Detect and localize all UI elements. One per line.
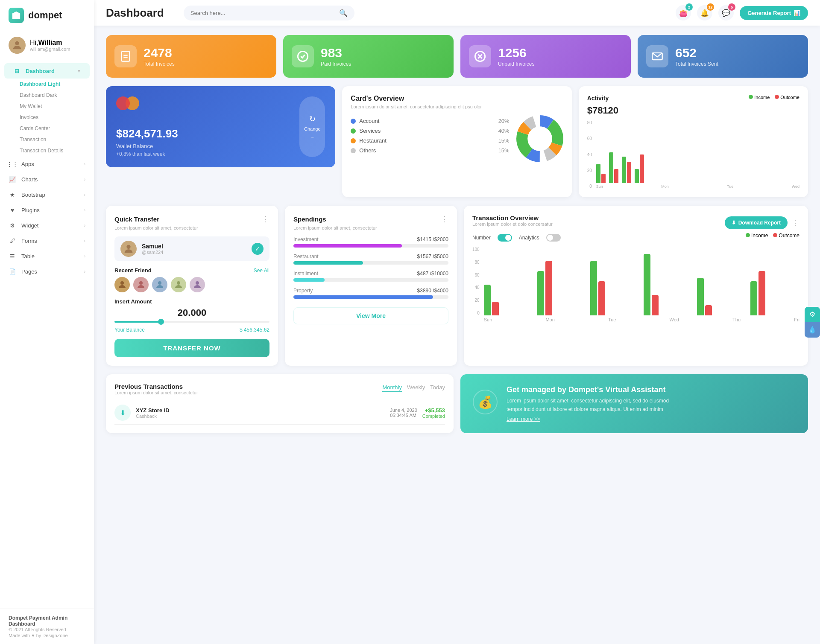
sidebar-item-label: Widget	[21, 222, 38, 229]
number-toggle[interactable]	[498, 234, 512, 242]
recent-friends-header: Recent Friend See All	[114, 267, 269, 274]
va-content: Get managed by Dompet's Virtual Assistan…	[507, 385, 686, 422]
spending-amounts: $1415 /$2000	[417, 236, 448, 242]
sidebar-item-dashboard-light[interactable]: Dashboard Light	[15, 79, 94, 90]
view-more-button[interactable]: View More	[293, 307, 448, 324]
form-icon: 🖊	[9, 237, 16, 245]
tab-weekly[interactable]: Weekly	[407, 384, 425, 392]
wallet-icon: 👛	[679, 9, 688, 17]
qt-user-name: Samuel	[142, 243, 163, 250]
apps-icon: ⋮⋮	[9, 160, 16, 168]
sidebar-item-dashboard-dark[interactable]: Dashboard Dark	[15, 90, 94, 101]
qt-user: Samuel @sam224 ✓	[114, 236, 269, 261]
avatar	[9, 37, 26, 54]
send-icon	[646, 45, 668, 67]
analytics-toggle[interactable]	[546, 234, 561, 242]
insert-amount-value: 20.000	[114, 307, 269, 318]
chevron-right-icon: ›	[84, 177, 85, 182]
sidebar-item-label: Table	[21, 253, 35, 259]
footer-love: Made with ♥ by DesignZone	[9, 633, 85, 638]
tab-today[interactable]: Today	[430, 384, 445, 392]
spending-item-investment: Investment $1415 /$2000	[293, 236, 448, 248]
friend-avatar[interactable]	[133, 277, 149, 292]
spending-label: Installment	[293, 271, 318, 277]
sidebar-item-table[interactable]: ☰ Table ›	[0, 248, 94, 264]
wallet-icon-btn[interactable]: 👛 2	[676, 5, 691, 20]
sidebar-item-pages[interactable]: 📄 Pages ›	[0, 264, 94, 279]
transaction-bars	[484, 247, 800, 315]
see-all-link[interactable]: See All	[254, 268, 269, 274]
footer-copy: © 2021 All Rights Reserved	[9, 627, 85, 632]
spending-item-installment: Installment $487 /$10000	[293, 271, 448, 282]
friend-avatar[interactable]	[114, 277, 130, 292]
chat-badge: 5	[728, 3, 735, 11]
chevron-right-icon: ›	[84, 162, 85, 166]
sidebar-item-apps[interactable]: ⋮⋮ Apps ›	[0, 156, 94, 172]
sidebar-item-cards-center[interactable]: Cards Center	[15, 123, 94, 134]
logo: dompet	[0, 0, 94, 31]
chevron-down-icon: ▼	[77, 69, 81, 73]
pie-chart	[516, 115, 563, 164]
transfer-now-button[interactable]: TRANSFER NOW	[114, 339, 269, 357]
more-options-icon[interactable]: ⋮	[441, 214, 448, 224]
sidebar-item-invoices[interactable]: Invoices	[15, 112, 94, 123]
transaction-item: ⬇ XYZ Store ID Cashback June 4, 2020 05:…	[114, 401, 445, 425]
sidebar-item-forms[interactable]: 🖊 Forms ›	[0, 233, 94, 248]
generate-report-button[interactable]: Generate Report 📊	[740, 6, 808, 20]
overview-item-others: Others 15%	[351, 147, 509, 154]
middle-row: $824,571.93 Wallet Balance +0,8% than la…	[106, 86, 808, 197]
sidebar-item-plugins[interactable]: ♥ Plugins ›	[0, 202, 94, 218]
user-email: william@gmail.com	[30, 47, 70, 52]
sidebar-item-bootstrap[interactable]: ★ Bootstrap ›	[0, 187, 94, 202]
sidebar-item-charts[interactable]: 📈 Charts ›	[0, 172, 94, 187]
search-input[interactable]	[190, 10, 336, 16]
settings-sidebar-btn[interactable]: ⚙	[805, 307, 820, 322]
va-learn-more-link[interactable]: Learn more >>	[507, 416, 686, 422]
sidebar-item-transaction-details[interactable]: Transaction Details	[15, 145, 94, 156]
balance-value: $ 456,345.62	[240, 327, 269, 333]
stat-card-paid-invoices: 983 Paid Invoices	[283, 35, 454, 78]
qt-user-avatar	[120, 241, 137, 257]
sidebar: dompet Hi,William william@gmail.com ⊞ Da…	[0, 0, 94, 644]
user-name: William	[38, 39, 62, 46]
more-options-icon[interactable]: ⋮	[262, 214, 269, 224]
water-sidebar-btn[interactable]: 💧	[805, 322, 820, 338]
mastercard-red-circle	[116, 96, 130, 110]
drop-icon: 💧	[808, 326, 817, 334]
sidebar-item-label: Dashboard	[26, 68, 55, 74]
activity-amount: $78120	[587, 105, 800, 116]
friend-avatar[interactable]	[152, 277, 167, 292]
sidebar-item-dashboard[interactable]: ⊞ Dashboard ▼	[4, 63, 90, 79]
tab-monthly[interactable]: Monthly	[382, 384, 402, 392]
search-bar[interactable]: 🔍	[184, 6, 354, 20]
friend-avatar[interactable]	[171, 277, 186, 292]
sidebar-item-label: Apps	[21, 161, 34, 167]
activity-legend: Income Outcome	[749, 95, 800, 100]
overview-subtitle: Lorem ipsum dolor sit amet, consectetur …	[351, 104, 563, 109]
header: Dashboard 🔍 👛 2 🔔 12 💬 5 Generate Report…	[94, 0, 820, 26]
stat-card-info: 652 Total Invoices Sent	[675, 46, 718, 67]
transaction-overview-card: Transaction Overview Lorem ipsum dolor e…	[464, 206, 808, 366]
sidebar-item-widget[interactable]: ⚙ Widget ›	[0, 218, 94, 233]
activity-card: Activity Income Outcome $78120 806040200	[579, 86, 808, 197]
sidebar-item-transaction[interactable]: Transaction	[15, 134, 94, 145]
footer-brand: Dompet Payment Admin Dashboard	[9, 615, 85, 627]
spending-label: Investment	[293, 236, 319, 242]
download-report-button[interactable]: ⬇ Download Report	[725, 216, 788, 229]
svg-point-17	[158, 281, 161, 285]
more-options-icon[interactable]: ⋮	[792, 218, 800, 227]
sidebar-item-my-wallet[interactable]: My Wallet	[15, 101, 94, 112]
bottom-section: Previous Transactions Lorem ipsum dolor …	[106, 374, 808, 433]
amount-slider[interactable]	[114, 321, 269, 323]
wallet-changer[interactable]: ↻ Change ⌄	[299, 96, 325, 157]
friend-avatar[interactable]	[190, 277, 205, 292]
heart-icon: ♥	[32, 633, 35, 638]
bell-icon-btn[interactable]: 🔔 12	[697, 5, 712, 20]
chevron-right-icon: ›	[84, 269, 85, 274]
chat-icon-btn[interactable]: 💬 5	[718, 5, 734, 20]
quick-transfer-card: Quick Transfer ⋮ Lorem ipsum dolor sit a…	[106, 206, 278, 366]
logo-icon	[9, 8, 24, 23]
main-content: Dashboard 🔍 👛 2 🔔 12 💬 5 Generate Report…	[94, 0, 820, 644]
spending-item-property: Property $3890 /$4000	[293, 288, 448, 299]
svg-point-16	[139, 281, 143, 285]
